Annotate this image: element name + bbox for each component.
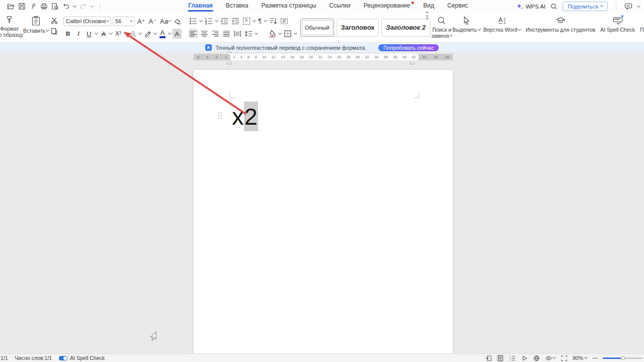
borders-button[interactable] — [283, 29, 292, 38]
print-preview-icon[interactable] — [51, 3, 59, 10]
align-center-button[interactable] — [200, 29, 209, 38]
zoom-out-icon[interactable] — [592, 355, 598, 361]
spellcheck-toggle[interactable] — [59, 356, 67, 360]
justify-button[interactable] — [222, 29, 231, 38]
superscript-dropdown-icon[interactable] — [124, 31, 127, 35]
menu-tab[interactable]: Вид — [418, 0, 440, 13]
document-text[interactable]: x — [232, 102, 244, 131]
font-color-dropdown-icon[interactable] — [168, 31, 172, 35]
bold-button[interactable]: B — [63, 29, 72, 39]
format-painter-button[interactable]: Формат по образцу — [0, 13, 23, 42]
style-cell[interactable]: Заголовок 2 — [381, 19, 430, 37]
fullscreen-button[interactable] — [560, 354, 568, 362]
search-icon[interactable] — [550, 3, 557, 10]
menu-tab[interactable]: Сервис — [442, 0, 473, 13]
bullets-button[interactable] — [189, 16, 198, 26]
paste-button[interactable]: Вставить — [23, 16, 49, 42]
menu-tab[interactable]: Рецензирование — [358, 0, 416, 13]
wps-ai-button[interactable]: WPS AI — [516, 3, 546, 10]
align-right-button[interactable] — [211, 29, 220, 38]
page-indicator[interactable]: 1/1 — [1, 355, 8, 361]
formatting-marks-button[interactable]: ¶ — [258, 16, 262, 26]
change-case-button[interactable]: Aa — [159, 16, 172, 26]
text-direction-button[interactable]: A — [242, 16, 251, 26]
web-view-button[interactable] — [533, 354, 540, 362]
left-indent-marker[interactable] — [227, 60, 231, 64]
strikethrough-dropdown-icon[interactable] — [109, 31, 113, 35]
style-cell[interactable]: Обычный — [300, 19, 334, 37]
try-now-button[interactable]: Попробовать сейчас — [378, 44, 439, 51]
shading-button[interactable] — [268, 29, 277, 38]
open-icon[interactable] — [7, 3, 15, 10]
outdent-button[interactable] — [220, 16, 229, 26]
menu-tab[interactable]: Вставка — [220, 0, 254, 13]
formatting-marks-dropdown-icon[interactable] — [264, 18, 267, 22]
indent-button[interactable] — [231, 16, 240, 26]
clear-format-button[interactable] — [173, 16, 183, 26]
zoom-slider-knob[interactable] — [621, 356, 625, 360]
superscript-button[interactable]: X² — [114, 29, 123, 39]
sort-button[interactable] — [269, 16, 278, 26]
line-spacing-button[interactable] — [244, 29, 253, 38]
eye-button[interactable] — [545, 354, 556, 362]
text-effects-button[interactable]: A — [128, 29, 137, 39]
char-shading-button[interactable]: A — [173, 29, 182, 39]
borders-dropdown-icon[interactable] — [294, 31, 297, 34]
zoom-slider[interactable] — [603, 357, 643, 359]
menu-tab[interactable]: Ссылки — [324, 0, 356, 13]
numbering-button[interactable] — [204, 16, 213, 26]
highlighter-dropdown-icon[interactable] — [153, 31, 157, 35]
selected-text[interactable]: 2 — [244, 102, 258, 131]
select-button[interactable]: Выделить — [452, 13, 480, 42]
word-layout-button[interactable]: Верстка Word — [484, 13, 521, 42]
italic-button[interactable]: I — [74, 29, 83, 39]
reading-layout-button[interactable] — [485, 354, 492, 362]
style-cell[interactable]: Заголовок — [337, 19, 379, 37]
comment-icon[interactable] — [624, 3, 632, 10]
styles-gallery-more-icon[interactable] — [426, 17, 429, 20]
right-indent-marker[interactable] — [410, 60, 415, 64]
outline-view-button[interactable] — [509, 354, 516, 362]
shading-dropdown-icon[interactable] — [278, 31, 282, 34]
document-page[interactable]: x2 — [194, 70, 453, 353]
student-tools-button[interactable]: Инструменты для студентов — [526, 13, 595, 42]
cut-icon[interactable] — [51, 17, 58, 24]
menu-tab[interactable]: Разметка страницы — [256, 0, 321, 13]
underline-button[interactable]: U — [85, 29, 94, 39]
page-view-button[interactable] — [497, 354, 504, 362]
share-button[interactable]: Поделиться — [562, 2, 608, 11]
distribute-button[interactable] — [233, 29, 242, 38]
font-size-select[interactable]: 56 — [113, 17, 135, 26]
line-spacing-dropdown-icon[interactable] — [255, 31, 258, 34]
font-name-select[interactable]: Calibri (Основной — [63, 17, 111, 26]
bullets-dropdown-icon[interactable] — [199, 18, 203, 22]
underline-dropdown-icon[interactable] — [95, 31, 98, 35]
word-count[interactable]: Число слов:1/1 — [15, 355, 52, 361]
print-icon[interactable] — [40, 3, 48, 10]
drag-handle-icon[interactable] — [218, 113, 223, 120]
comment-dropdown-icon[interactable] — [637, 4, 640, 7]
pin-icon[interactable] — [29, 3, 37, 10]
font-color-button[interactable]: A — [158, 29, 167, 39]
find-replace-button[interactable]: Поиск и замена — [431, 13, 452, 42]
undo-icon[interactable] — [62, 3, 70, 10]
undo-dropdown-icon[interactable] — [73, 4, 76, 7]
horizontal-ruler[interactable]: 8642 24681012141618202224262830323436384… — [194, 54, 453, 60]
copy-icon[interactable] — [51, 28, 58, 35]
play-button[interactable] — [521, 354, 528, 362]
zoom-level[interactable]: 90% — [573, 355, 587, 361]
text-effects-dropdown-icon[interactable] — [138, 31, 142, 35]
decrease-font-button[interactable]: A⁻ — [147, 16, 157, 26]
ai-spell-check-button[interactable]: ABC AI Spell Check — [600, 13, 635, 42]
highlighter-button[interactable] — [143, 29, 152, 39]
options-button[interactable]: Параметры — [640, 13, 644, 42]
paragraph-settings-button[interactable] — [280, 16, 289, 26]
save-icon[interactable] — [18, 3, 26, 10]
numbering-dropdown-icon[interactable] — [215, 18, 218, 22]
document-text-line[interactable]: x2 — [232, 102, 258, 131]
text-direction-dropdown-icon[interactable] — [253, 18, 256, 22]
increase-font-button[interactable]: A⁺ — [136, 16, 146, 26]
customize-qat-icon[interactable] — [90, 4, 94, 7]
menu-tab[interactable]: Главная — [183, 0, 218, 13]
strikethrough-button[interactable]: A — [99, 29, 108, 39]
